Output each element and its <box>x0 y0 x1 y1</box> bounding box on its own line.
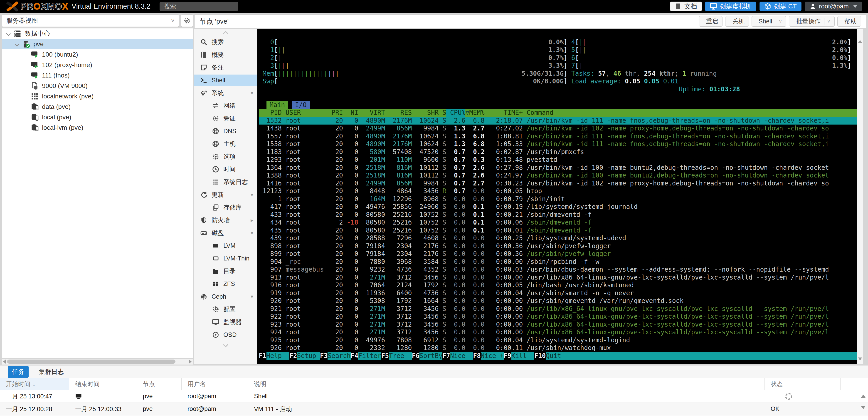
user-menu-button[interactable]: root@pam <box>805 2 862 11</box>
cluster-log-tab[interactable]: 集群日志 <box>34 366 68 378</box>
process-row[interactable]: 439 root 20 0 28588 7296 4608 S 0.0 0.0 … <box>259 234 857 242</box>
process-row[interactable]: 433 root 20 0 80580 25216 10752 S 0.0 0.… <box>259 211 857 219</box>
fkey-label-quit[interactable]: Quit <box>546 352 568 360</box>
chevron-down-icon[interactable]: ▾ <box>251 192 253 198</box>
scroll-down-icon[interactable] <box>858 358 862 360</box>
menu-item-Shell[interactable]: Shell <box>194 75 257 86</box>
process-row[interactable]: 1183 root 20 0 580M 57408 47520 S 0.7 0.… <box>259 148 857 156</box>
process-row[interactable]: 1438 root 20 0 2499M 856M 9984 S 1.3 2.7… <box>259 124 857 133</box>
tree-item-100-buntu2-[interactable]: 100 (buntu2) <box>2 49 193 60</box>
menu-item-系统日志[interactable]: 系统日志 <box>194 176 257 188</box>
tree-item-102-proxy-home-[interactable]: 102 (proxy-home) <box>2 60 193 70</box>
menu-scroll-up[interactable] <box>194 29 257 36</box>
menu-item-LVM[interactable]: LVM <box>194 240 257 251</box>
process-row[interactable]: 916 root 20 0 7064 2124 1792 S 0.0 0.0 0… <box>259 281 857 289</box>
scroll-left-icon[interactable] <box>3 360 6 364</box>
chevron-down-icon[interactable]: ˅ <box>776 18 782 25</box>
view-settings-button[interactable] <box>181 15 193 27</box>
tree-item-9000-vm-9000-[interactable]: 9000 (VM 9000) <box>2 81 193 91</box>
create-vm-button[interactable]: 创建虚拟机 <box>705 2 756 11</box>
fkey-label-tree[interactable]: Tree <box>389 352 412 360</box>
menu-item-更新[interactable]: 更新▾ <box>194 189 257 200</box>
tree-item-localnetwork-pve-[interactable]: localnetwork (pve) <box>2 91 193 102</box>
tree-item-111-fnos-[interactable]: 111 (fnos) <box>2 70 193 81</box>
shell-button[interactable]: Shell˅ <box>751 16 786 27</box>
tree-item-local-pve-[interactable]: local (pve) <box>2 112 193 122</box>
process-row[interactable]: 1293 root 20 0 201M 110M 9600 S 0.7 0.3 … <box>259 156 857 164</box>
task-row[interactable]: 一月 25 12:00:28一月 25 12:00:33pveroot@pamV… <box>0 403 868 416</box>
menu-item-备注[interactable]: 备注 <box>194 62 257 73</box>
process-row[interactable]: 1364 root 20 0 2518M 816M 10112 S 0.7 2.… <box>259 164 857 172</box>
chevron-down-icon[interactable]: ▾ <box>251 90 253 96</box>
process-row[interactable]: 919 root 20 0 11936 6400 4736 S 0.0 0.0 … <box>259 289 857 297</box>
menu-item-主机[interactable]: 主机 <box>194 138 257 149</box>
process-row[interactable]: 12123 root 20 0 8448 4864 3456 R 0.7 0.0… <box>259 187 857 195</box>
process-row[interactable]: 926 root 20 0 2332 1280 1280 S 0.0 0.0 0… <box>259 344 857 352</box>
tree-expander-icon[interactable] <box>6 31 11 36</box>
htop-header-row[interactable]: PID USER PRI NI VIRT RES SHR S CPU%▽MEM%… <box>259 109 857 117</box>
process-row[interactable]: 1 root 20 0 164M 12296 8968 S 0.0 0.0 0:… <box>259 195 857 203</box>
tree-item-local-lvm-pve-[interactable]: local-lvm (pve) <box>2 122 193 133</box>
fkey-label-nice[interactable]: Nice + <box>481 352 504 360</box>
fkey-f1[interactable]: F1 <box>259 352 267 360</box>
process-row[interactable]: 899 root 20 0 79184 2304 2176 S 0.0 0.0 … <box>259 250 857 258</box>
menu-item-网络[interactable]: 网络 <box>194 100 257 111</box>
chevron-down-icon[interactable]: ▾ <box>251 230 253 236</box>
fkey-f7[interactable]: F7 <box>442 352 450 360</box>
process-row[interactable]: 1532 root 20 0 4890M 2176M 10624 S 2.6 6… <box>259 117 857 125</box>
scroll-up-icon[interactable] <box>858 40 862 43</box>
fkey-label-nice[interactable]: Nice - <box>450 352 473 360</box>
process-row[interactable]: 1388 root 20 0 2518M 816M 10112 S 0.7 2.… <box>259 172 857 179</box>
task-column-header[interactable]: 节点 <box>137 378 182 390</box>
process-row[interactable]: 417 root 20 0 49476 25856 24960 S 0.0 0.… <box>259 203 857 211</box>
task-column-header[interactable]: 结束时间 <box>69 378 137 390</box>
task-column-header[interactable]: 用户名 <box>182 378 248 390</box>
terminal-scrollbar[interactable] <box>857 29 863 364</box>
fkey-label-kill[interactable]: Kill <box>512 352 534 360</box>
menu-item-LVM-Thin[interactable]: LVM-Thin <box>194 253 257 264</box>
scroll-up-icon[interactable] <box>861 395 866 398</box>
menu-item-目录[interactable]: 目录 <box>194 265 257 277</box>
process-row[interactable]: 921 root 20 0 271M 3712 3456 S 0.0 0.0 0… <box>259 305 857 313</box>
process-row[interactable]: 434 root 2 -18 80580 25216 10752 S 0.0 0… <box>259 219 857 227</box>
scroll-down-icon[interactable] <box>861 406 866 409</box>
tree-expander-icon[interactable] <box>15 41 20 47</box>
process-row[interactable]: 925 root 20 0 49976 7808 6912 S 0.0 0.0 … <box>259 336 857 344</box>
fkey-f3[interactable]: F3 <box>320 352 328 360</box>
fkey-label-filter[interactable]: Filter <box>358 352 381 360</box>
process-row[interactable]: 923 root 20 0 271M 3712 3456 S 0.0 0.0 0… <box>259 321 857 329</box>
process-row[interactable]: 922 root 20 0 271M 3712 3456 S 0.0 0.0 0… <box>259 313 857 321</box>
menu-item-概要[interactable]: 概要 <box>194 49 257 60</box>
fkey-label-setup[interactable]: Setup <box>297 352 320 360</box>
process-row[interactable]: 907 messagebus 20 0 9232 4736 4352 S 0.0… <box>259 266 857 274</box>
fkey-f4[interactable]: F4 <box>351 352 359 360</box>
bulk-actions-button[interactable]: 批量操作˅ <box>789 16 835 27</box>
task-column-header[interactable]: 说明 <box>248 378 765 390</box>
tree-item-data-pve-[interactable]: data (pve) <box>2 102 193 112</box>
process-row[interactable]: 435 root 20 0 80580 25216 10752 S 0.0 0.… <box>259 227 857 234</box>
process-row[interactable]: 1558 root 20 0 4890M 2176M 10624 S 1.3 6… <box>259 140 857 148</box>
tree-item-pve[interactable]: pve <box>2 39 193 49</box>
process-row[interactable]: 904 _rpc 20 0 7880 3968 3584 S 0.0 0.0 0… <box>259 258 857 266</box>
fkey-f10[interactable]: F10 <box>534 352 546 360</box>
menu-item-时间[interactable]: 时间 <box>194 164 257 175</box>
fkey-f6[interactable]: F6 <box>412 352 420 360</box>
menu-item-DNS[interactable]: DNS <box>194 125 257 137</box>
fkey-label-sortby[interactable]: SortBy <box>420 352 442 360</box>
htop-tab-io[interactable]: I/O <box>292 101 310 109</box>
menu-item-存储库[interactable]: 存储库 <box>194 202 257 213</box>
task-column-header[interactable]: 开始时间↓ <box>0 378 69 390</box>
chevron-down-icon[interactable]: ▾ <box>251 293 253 300</box>
fkey-label-help[interactable]: Help <box>267 352 289 360</box>
shutdown-button[interactable]: 关机 <box>725 16 749 27</box>
menu-scroll-down[interactable] <box>194 342 257 349</box>
tree-item--[interactable]: 数据中心 <box>2 28 193 39</box>
tree-horizontal-scrollbar[interactable] <box>2 359 193 365</box>
view-mode-select[interactable]: 服务器视图 ˅ <box>2 15 179 27</box>
fkey-f9[interactable]: F9 <box>504 352 512 360</box>
fkey-f5[interactable]: F5 <box>381 352 389 360</box>
create-ct-button[interactable]: 创建 CT <box>760 2 802 11</box>
shell-terminal[interactable]: 0[0.0%] 4[||2.0%] 1[||1.3%] 5[||2.0%] 2[… <box>257 29 857 364</box>
documentation-button[interactable]: 文档 <box>670 2 702 11</box>
fkey-f8[interactable]: F8 <box>473 352 481 360</box>
